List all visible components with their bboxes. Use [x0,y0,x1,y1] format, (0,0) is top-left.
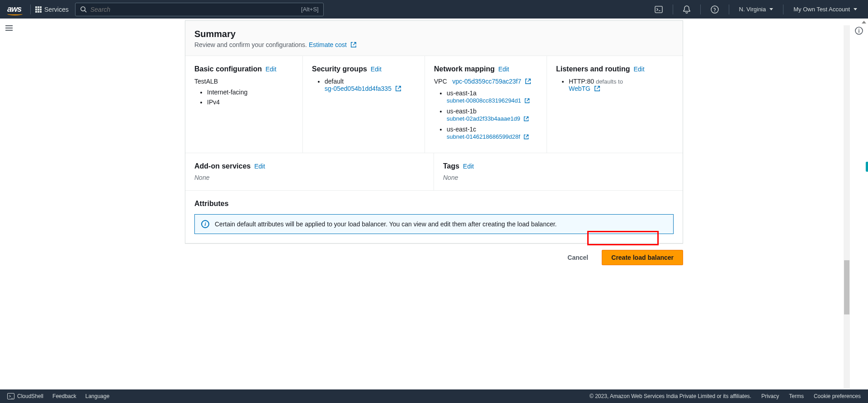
cookie-link[interactable]: Cookie preferences [814,393,861,399]
external-link-icon [594,85,600,93]
vpc-link[interactable]: vpc-05d359cc759ac23f7 [452,78,531,85]
attributes-info-text: Certain default attributes will be appli… [215,220,557,228]
network-edit-link[interactable]: Edit [498,66,509,73]
svg-rect-2 [655,6,662,12]
create-load-balancer-button[interactable]: Create load balancer [602,250,683,265]
network-heading: Network mapping [434,65,495,73]
tags-heading: Tags [443,162,459,170]
listeners-edit-link[interactable]: Edit [633,66,644,73]
right-rail [850,19,868,37]
subnet-link[interactable]: subnet-0146218686599d28f [447,133,529,140]
cancel-button[interactable]: Cancel [558,250,597,265]
summary-grid-mid: Add-on services Edit None Tags Edit None [185,153,683,191]
cloudshell-label: CloudShell [17,393,43,399]
az-name: us-east-1b [447,108,476,115]
attributes-section: Attributes i Certain default attributes … [185,191,683,243]
addon-cell: Add-on services Edit None [185,153,434,190]
listeners-cell: Listeners and routing Edit HTTP:80 defau… [547,56,665,153]
svg-line-1 [85,10,86,12]
services-label: Services [44,6,69,13]
caret-down-icon [769,8,773,10]
cloudshell-icon[interactable] [649,6,668,13]
estimate-cost-link[interactable]: Estimate cost [309,41,357,48]
subnet-id: subnet-0146218686599d28f [447,133,520,140]
tags-edit-link[interactable]: Edit [463,163,474,170]
network-mapping-cell: Network mapping Edit VPC vpc-05d359cc759… [425,56,547,153]
action-bar: Cancel Create load balancer [185,250,683,265]
az-item: us-east-1a subnet-00808cc83196294d1 [447,89,538,105]
attributes-info-box: i Certain default attributes will be app… [194,214,674,234]
basic-heading: Basic configuration [194,65,262,73]
feedback-link[interactable]: Feedback [52,393,76,399]
security-heading: Security groups [312,65,367,73]
region-selector[interactable]: N. Virginia [734,6,779,13]
svg-point-4 [711,6,718,13]
aws-logo[interactable]: aws [5,5,26,14]
account-label: My Own Test Account [793,6,850,13]
svg-rect-8 [859,30,859,33]
lb-scheme: Internet-facing [207,89,293,96]
help-icon[interactable] [705,5,724,14]
lb-name: TestALB [194,78,293,85]
copyright: © 2023, Amazon Web Services India Privat… [590,393,751,399]
vpc-label: VPC [434,78,447,85]
services-button[interactable]: Services [35,6,69,13]
lb-ip-type: IPv4 [207,98,293,106]
search-input[interactable] [90,6,301,13]
external-link-icon [524,116,529,123]
main-content: Summary Review and confirm your configur… [18,19,850,389]
privacy-link[interactable]: Privacy [761,393,779,399]
attributes-heading: Attributes [194,200,674,208]
basic-config-cell: Basic configuration Edit TestALB Interne… [185,56,303,153]
summary-grid-top: Basic configuration Edit TestALB Interne… [185,56,683,153]
listeners-heading: Listeners and routing [556,65,630,73]
caret-down-icon [854,8,857,10]
listener-protocol: HTTP:80 [569,78,594,85]
subnet-id: subnet-00808cc83196294d1 [447,97,521,104]
search-input-wrap[interactable]: [Alt+S] [75,3,324,16]
az-item: us-east-1b subnet-02ad2f33b4aaae1d9 [447,108,538,123]
info-icon[interactable] [855,27,863,35]
footer: >_ CloudShell Feedback Language © 2023, … [0,389,868,403]
summary-subtitle: Review and confirm your configurations. [194,41,307,48]
tags-value: None [443,174,674,181]
region-label: N. Virginia [739,6,766,13]
addon-edit-link[interactable]: Edit [254,163,265,170]
feedback-tab[interactable] [866,162,868,172]
cloudshell-footer-icon: >_ [7,393,14,399]
subnet-link[interactable]: subnet-00808cc83196294d1 [447,97,530,104]
summary-card: Summary Review and confirm your configur… [185,20,683,244]
sg-name: default [325,78,344,85]
menu-toggle-icon[interactable] [5,25,13,31]
external-link-icon [395,85,401,93]
top-nav: aws Services [Alt+S] N. Virginia My Own … [0,0,868,19]
sg-id: sg-05ed054b1dd4fa335 [325,85,392,92]
az-item: us-east-1c subnet-0146218686599d28f [447,126,538,141]
summary-header: Summary Review and confirm your configur… [185,21,683,56]
security-edit-link[interactable]: Edit [371,66,382,73]
info-icon: i [201,220,209,228]
left-rail [0,19,18,37]
az-name: us-east-1c [447,126,476,133]
terms-link[interactable]: Terms [789,393,804,399]
addon-value: None [194,174,425,181]
search-shortcut: [Alt+S] [301,6,319,13]
external-link-icon [350,42,357,49]
cloudshell-link[interactable]: >_ CloudShell [7,393,43,399]
sg-id-link[interactable]: sg-05ed054b1dd4fa335 [325,85,401,92]
estimate-cost-label: Estimate cost [309,41,347,48]
svg-point-7 [859,29,859,30]
az-name: us-east-1a [447,89,476,97]
notifications-icon[interactable] [678,5,696,14]
external-link-icon [525,78,531,86]
target-group-name: WebTG [569,85,590,92]
account-selector[interactable]: My Own Test Account [788,6,863,13]
basic-edit-link[interactable]: Edit [265,66,276,73]
svg-point-5 [714,11,715,12]
target-group-link[interactable]: WebTG [569,85,600,92]
grid-icon [35,6,42,13]
external-link-icon [524,134,529,141]
subnet-link[interactable]: subnet-02ad2f33b4aaae1d9 [447,115,529,122]
addon-heading: Add-on services [194,162,250,170]
language-link[interactable]: Language [85,393,109,399]
